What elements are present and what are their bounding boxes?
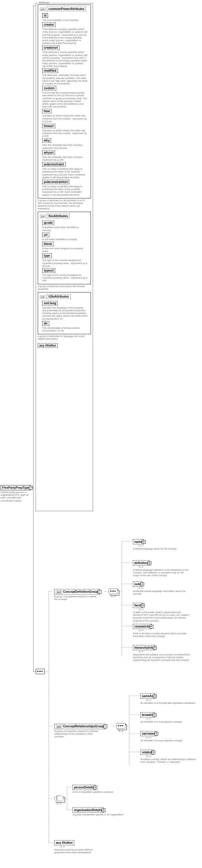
sequence-icon <box>36 669 45 674</box>
attr-type: type <box>42 253 52 258</box>
attr-xml-lang: xml:lang <box>42 301 58 306</box>
group-i18n: i18nAttributes <box>47 294 71 299</box>
expand-icon[interactable]: + <box>142 540 145 544</box>
expand-icon[interactable]: + <box>102 808 105 812</box>
attr-uri: uri <box>42 232 49 237</box>
root-type: FlexPartyPropType− <box>1 485 31 490</box>
expand-icon[interactable]: + <box>155 732 158 736</box>
choice-icon: ⎡⎣ <box>54 796 63 801</box>
expand-icon[interactable]: + <box>153 713 157 717</box>
group-common: commonPowerAttributes <box>47 7 87 11</box>
attr-pubconstraint: pubconstraint <box>42 162 66 167</box>
attr-modified: modified <box>42 68 58 73</box>
expand-icon[interactable]: + <box>153 694 157 698</box>
element-organisationDetails: organisationDetails+ <box>72 807 104 813</box>
group-flex: flexAttributes <box>47 214 70 218</box>
sequence-icon <box>116 723 125 728</box>
sequence-icon <box>109 589 118 594</box>
expand-icon[interactable]: + <box>94 786 97 789</box>
element-note: note+ <box>133 582 142 587</box>
attr-qcode: qcode <box>42 220 54 225</box>
expand-icon[interactable]: + <box>152 751 155 754</box>
element-personDetails: personDetails+ <box>72 785 95 790</box>
element-definition: definition+ <box>133 560 149 565</box>
expand-icon[interactable]: + <box>148 561 151 565</box>
expand-icon[interactable]: + <box>141 604 145 607</box>
any-other-attr: any ##other <box>38 343 58 348</box>
expand-icon[interactable]: + <box>140 583 144 586</box>
element-narrower: narrower+ <box>140 731 157 736</box>
attr-typeuri: typeuri <box>42 268 55 273</box>
attr-literal: literal <box>42 242 54 246</box>
element-name: name+ <box>133 539 144 545</box>
element-broader: broader+ <box>140 712 155 717</box>
concept-definition-group: grpConceptDefinitionGroup− <box>54 589 100 595</box>
attr-pubconstrainturi: pubconstrainturi <box>42 180 69 184</box>
attr-howuri: howuri <box>42 124 55 128</box>
expand-icon[interactable]: + <box>150 625 154 628</box>
element-facet: facet+ <box>133 603 143 608</box>
attr-why: why <box>42 138 51 143</box>
attr-custom: custom <box>42 86 56 90</box>
concept-relationships-group: grpConceptRelationshipsGroup− <box>54 724 105 729</box>
collapse-icon[interactable]: − <box>29 486 33 490</box>
attributes-header: attributes <box>38 1 51 4</box>
element-remoteInfo: remoteInfo+ <box>133 624 152 629</box>
any-other-element: any ##other <box>54 840 74 845</box>
attr-creatoruri: creatoruri <box>42 45 60 50</box>
root-desc: Flexible party (person or organisation) … <box>1 491 31 502</box>
attr-how: how <box>42 109 51 114</box>
group-badge: grp <box>40 7 46 11</box>
expand-icon[interactable]: + <box>153 646 157 650</box>
attr-id: id <box>42 13 48 18</box>
attr-whyuri: whyuri <box>42 150 55 155</box>
attr-creator: creator <box>42 22 56 27</box>
expand-icon[interactable]: − <box>104 725 107 728</box>
expand-icon[interactable]: − <box>98 590 101 594</box>
element-related: related+ <box>140 750 154 755</box>
element-hierarchyInfo: hierarchyInfo+ <box>133 645 155 650</box>
element-sameAs: sameAs+ <box>140 693 155 699</box>
attr-dir: dir <box>42 321 49 326</box>
